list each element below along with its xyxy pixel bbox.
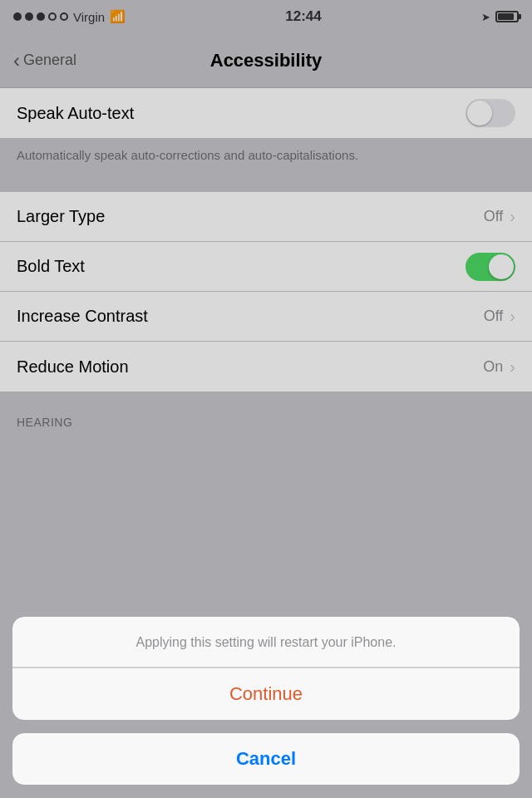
- cancel-sheet: Cancel: [12, 733, 520, 785]
- alert-message-text: Applying this setting will restart your …: [135, 635, 396, 649]
- continue-button[interactable]: Continue: [12, 667, 520, 720]
- alert-message-box: Applying this setting will restart your …: [12, 617, 520, 667]
- action-sheet: Applying this setting will restart your …: [12, 617, 520, 720]
- cancel-button[interactable]: Cancel: [12, 733, 520, 785]
- overlay: Applying this setting will restart your …: [0, 0, 532, 798]
